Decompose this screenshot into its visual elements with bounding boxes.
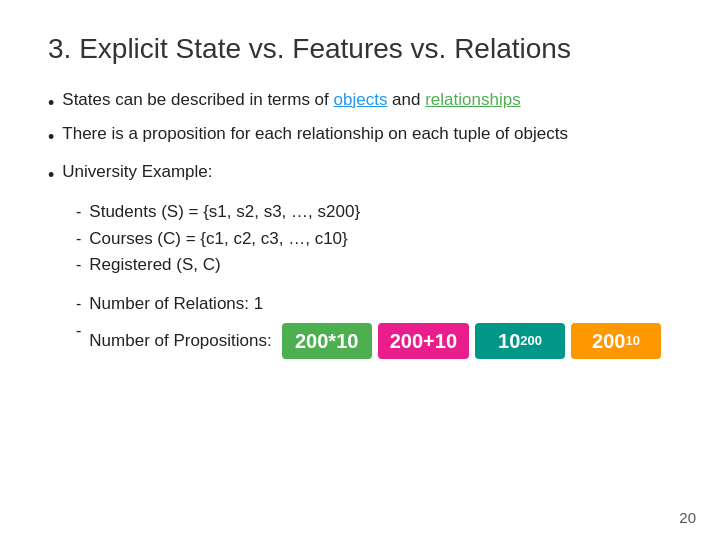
sub-text-registered: Registered (S, C) (89, 253, 672, 277)
bullet-dot-3: • (48, 162, 54, 188)
page-number: 20 (679, 509, 696, 526)
sub-text-propositions: Number of Propositions: 200*10 200+10 10… (89, 319, 672, 359)
sub-text-students: Students (S) = {s1, s2, s3, …, s200} (89, 200, 672, 224)
dash-2: - (76, 228, 81, 250)
sub-text-relations: Number of Relations: 1 (89, 292, 672, 316)
dash-1: - (76, 201, 81, 223)
highlight-objects: objects (334, 90, 388, 109)
propositions-row: Number of Propositions: 200*10 200+10 10… (89, 323, 672, 359)
sub-item-registered: - Registered (S, C) (76, 253, 672, 277)
bullet-dot-1: • (48, 90, 54, 116)
bullet-text-2: There is a proposition for each relation… (62, 122, 672, 147)
bullet-item-1: • States can be described in terms of ob… (48, 88, 672, 116)
sub-list: - Students (S) = {s1, s2, s3, …, s200} -… (76, 200, 672, 359)
bullet-item-2: • There is a proposition for each relati… (48, 122, 672, 150)
highlight-relationships: relationships (425, 90, 520, 109)
propositions-label: Number of Propositions: (89, 329, 271, 353)
bullet-section-1: • States can be described in terms of ob… (48, 88, 672, 150)
bullet-text-1: States can be described in terms of obje… (62, 88, 672, 113)
university-label: University Example: (62, 160, 672, 185)
bullet-dot-2: • (48, 124, 54, 150)
sub-text-courses: Courses (C) = {c1, c2, c3, …, c10} (89, 227, 672, 251)
sub-item-relations: - Number of Relations: 1 (76, 292, 672, 316)
badge-200-10: 20010 (571, 323, 661, 359)
dash-5: - (76, 320, 81, 342)
dash-4: - (76, 293, 81, 315)
dash-3: - (76, 254, 81, 276)
sub-item-students: - Students (S) = {s1, s2, s3, …, s200} (76, 200, 672, 224)
sub-item-courses: - Courses (C) = {c1, c2, c3, …, c10} (76, 227, 672, 251)
slide: 3. Explicit State vs. Features vs. Relat… (0, 0, 720, 540)
badge-10-200: 10200 (475, 323, 565, 359)
relations-row: - Number of Relations: 1 (76, 292, 672, 316)
slide-title: 3. Explicit State vs. Features vs. Relat… (48, 32, 672, 66)
university-section: • University Example: - Students (S) = {… (48, 160, 672, 359)
badge-200x10: 200*10 (282, 323, 372, 359)
badge-200plus10: 200+10 (378, 323, 469, 359)
sub-item-propositions: - Number of Propositions: 200*10 200+10 … (76, 319, 672, 359)
university-bullet: • University Example: (48, 160, 672, 188)
